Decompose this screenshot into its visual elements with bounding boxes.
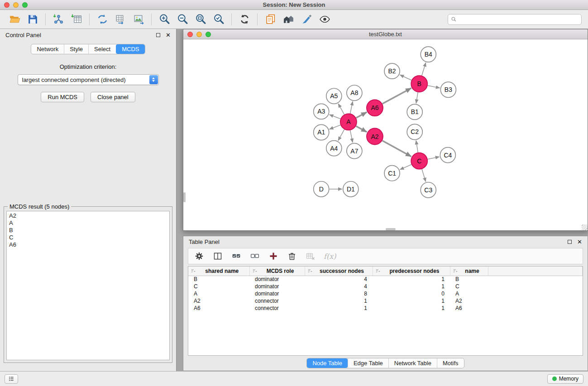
paintbrush-icon[interactable] bbox=[298, 12, 315, 27]
tab-mcds[interactable]: MCDS bbox=[116, 44, 144, 54]
import-network-icon[interactable] bbox=[50, 12, 67, 27]
zoom-selected-icon[interactable] bbox=[210, 12, 227, 27]
edge-C-C4[interactable] bbox=[428, 157, 440, 159]
tab-network[interactable]: Network bbox=[31, 44, 64, 54]
edge-A6-B[interactable] bbox=[382, 88, 411, 104]
network-graph[interactable]: B4B2BB3B1A5A8A6A3AA1A2A4A7C2C4CC1C3DD1 bbox=[183, 39, 588, 230]
graph-node-D1[interactable]: D1 bbox=[343, 181, 359, 197]
table-cell[interactable]: A bbox=[450, 290, 488, 297]
table-row[interactable]: A6connector11A6 bbox=[188, 305, 583, 312]
graph-node-A5[interactable]: A5 bbox=[326, 88, 342, 104]
table-cell[interactable]: 1 bbox=[373, 305, 450, 312]
table-row[interactable]: Cdominator41C bbox=[188, 283, 583, 290]
trash-icon[interactable] bbox=[287, 250, 297, 262]
table-cell[interactable]: dominator bbox=[249, 283, 305, 290]
float-table-panel-icon[interactable] bbox=[568, 240, 572, 244]
table-cell[interactable]: C bbox=[450, 283, 488, 290]
column-header-mcds-role[interactable]: MCDS role bbox=[249, 267, 305, 276]
optimization-criterion-dropdown[interactable]: largest connected component (directed) bbox=[18, 74, 159, 85]
column-header-shared-name[interactable]: shared name bbox=[188, 267, 249, 276]
table-row[interactable]: Adominator80A bbox=[188, 290, 583, 297]
table-cell[interactable]: A6 bbox=[188, 305, 249, 312]
graph-node-A6[interactable]: A6 bbox=[367, 100, 383, 116]
graph-node-B3[interactable]: B3 bbox=[440, 82, 456, 97]
checked-pair-icon[interactable] bbox=[231, 250, 242, 262]
save-icon[interactable] bbox=[24, 12, 41, 27]
edge-B-B2[interactable] bbox=[400, 75, 411, 80]
close-panel-button[interactable]: Close panel bbox=[91, 92, 135, 102]
memory-button[interactable]: Memory bbox=[547, 374, 583, 384]
network-close-icon[interactable] bbox=[187, 32, 193, 37]
zoom-in-icon[interactable] bbox=[156, 12, 172, 27]
table-cell[interactable]: 4 bbox=[305, 276, 373, 283]
table-cell[interactable]: 0 bbox=[373, 290, 450, 297]
zoom-window-icon[interactable] bbox=[22, 2, 28, 8]
houses-icon[interactable] bbox=[280, 12, 296, 27]
graph-node-B1[interactable]: B1 bbox=[407, 104, 422, 119]
table-cell[interactable]: dominator bbox=[249, 290, 305, 297]
edge-A-A2[interactable] bbox=[356, 126, 367, 132]
close-panel-icon[interactable]: ✕ bbox=[166, 32, 171, 38]
result-item[interactable]: C bbox=[9, 234, 167, 241]
minimize-window-icon[interactable] bbox=[13, 2, 19, 8]
network-zoom-icon[interactable] bbox=[206, 32, 211, 37]
edge-B-B1[interactable] bbox=[416, 92, 418, 103]
run-mcds-button[interactable]: Run MCDS bbox=[41, 92, 84, 102]
graph-node-C3[interactable]: C3 bbox=[421, 182, 436, 198]
table-cell[interactable]: B bbox=[450, 276, 488, 283]
graph-node-A[interactable]: A bbox=[340, 114, 357, 130]
table-tab-motifs[interactable]: Motifs bbox=[437, 358, 464, 368]
refresh-icon[interactable] bbox=[236, 12, 253, 27]
zoom-out-icon[interactable] bbox=[174, 12, 191, 27]
table-tab-node-table[interactable]: Node Table bbox=[307, 358, 348, 368]
table-row[interactable]: A2connector11A2 bbox=[188, 297, 583, 305]
edge-A-A5[interactable] bbox=[338, 104, 344, 114]
network-canvas[interactable]: B4B2BB3B1A5A8A6A3AA1A2A4A7C2C4CC1C3DD1 bbox=[183, 39, 588, 230]
column-header-successor-nodes[interactable]: successor nodes bbox=[305, 267, 373, 276]
graph-node-B4[interactable]: B4 bbox=[421, 47, 436, 62]
graph-node-A1[interactable]: A1 bbox=[314, 124, 329, 140]
open-file-icon[interactable] bbox=[6, 12, 23, 27]
edge-A-A3[interactable] bbox=[329, 114, 340, 119]
table-cell[interactable]: connector bbox=[249, 305, 305, 312]
column-header-name[interactable]: name bbox=[450, 267, 488, 276]
graph-node-C[interactable]: C bbox=[411, 153, 427, 169]
edge-C-C3[interactable] bbox=[422, 169, 426, 182]
table-cell[interactable]: A6 bbox=[450, 305, 488, 312]
split-column-icon[interactable] bbox=[212, 250, 223, 262]
graph-node-A3[interactable]: A3 bbox=[314, 104, 329, 119]
graph-node-A7[interactable]: A7 bbox=[347, 143, 362, 159]
graph-node-A4[interactable]: A4 bbox=[326, 141, 342, 156]
edge-A-A7[interactable] bbox=[350, 130, 353, 143]
edge-A-A6[interactable] bbox=[356, 112, 367, 118]
edge-A2-C[interactable] bbox=[382, 141, 411, 157]
table-cell[interactable]: 1 bbox=[373, 283, 450, 290]
table-cell[interactable]: A2 bbox=[188, 297, 249, 305]
column-header-predecessor-nodes[interactable]: predecessor nodes bbox=[373, 267, 450, 276]
edge-B-B4[interactable] bbox=[422, 62, 426, 76]
unchecked-pair-icon[interactable] bbox=[249, 250, 260, 262]
table-cell[interactable]: 1 bbox=[373, 297, 450, 305]
table-cell[interactable]: dominator bbox=[249, 276, 305, 283]
float-panel-icon[interactable] bbox=[156, 33, 160, 37]
zoom-fit-icon[interactable] bbox=[192, 12, 209, 27]
table-cell[interactable]: 1 bbox=[373, 276, 450, 283]
documents-icon[interactable] bbox=[262, 12, 278, 27]
result-item[interactable]: A bbox=[9, 219, 167, 227]
table-arrows-icon[interactable] bbox=[112, 12, 129, 27]
table-cell[interactable]: 1 bbox=[305, 305, 373, 312]
close-table-panel-icon[interactable]: ✕ bbox=[577, 239, 582, 245]
mcds-result-list[interactable]: A2ABCA6 bbox=[6, 211, 170, 360]
graph-node-B2[interactable]: B2 bbox=[384, 63, 400, 79]
add-icon[interactable] bbox=[268, 250, 279, 262]
table-cell[interactable]: C bbox=[188, 283, 249, 290]
result-item[interactable]: B bbox=[9, 227, 167, 234]
search-field[interactable] bbox=[448, 14, 582, 25]
graph-node-D[interactable]: D bbox=[314, 181, 329, 197]
table-cell[interactable]: B bbox=[188, 276, 249, 283]
edge-B-B3[interactable] bbox=[428, 86, 440, 88]
table-cell[interactable]: connector bbox=[249, 297, 305, 305]
graph-node-C4[interactable]: C4 bbox=[440, 148, 455, 163]
graph-node-B[interactable]: B bbox=[411, 76, 427, 92]
table-row[interactable]: Bdominator41B bbox=[188, 276, 583, 283]
